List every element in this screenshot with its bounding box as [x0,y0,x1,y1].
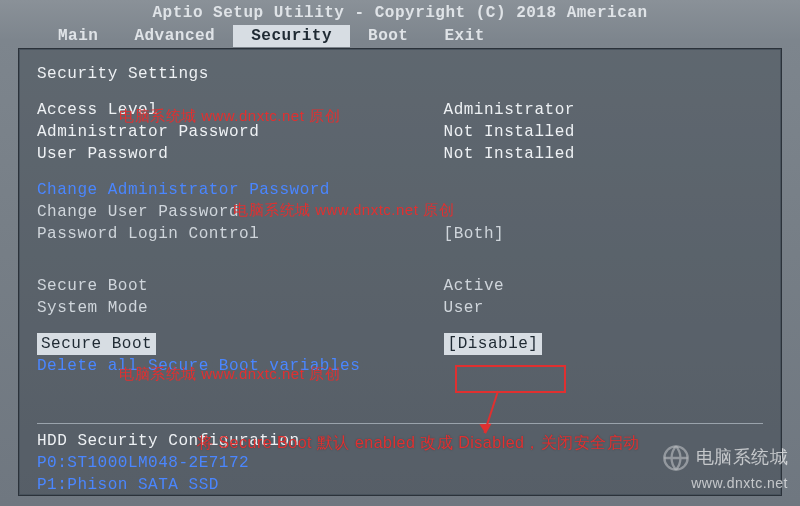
security-panel: Security Settings Access Level Administr… [18,48,782,496]
divider [37,423,763,424]
secure-boot-setting-label[interactable]: Secure Boot [37,333,444,355]
change-admin-password[interactable]: Change Administrator Password [37,179,444,201]
system-mode-label: System Mode [37,297,444,319]
tab-boot[interactable]: Boot [350,25,426,47]
tab-advanced[interactable]: Advanced [116,25,233,47]
secure-boot-status-value: Active [444,275,763,297]
hdd-item-0[interactable]: P0:ST1000LM048-2E7172 [37,452,763,474]
admin-password-label: Administrator Password [37,121,444,143]
secure-boot-status-label: Secure Boot [37,275,444,297]
access-level-label: Access Level [37,99,444,121]
annotation-text: 将 Secure Boot 默认 enabled 改成 Disabled，关闭安… [197,433,640,454]
password-login-control-value[interactable]: [Both] [444,223,763,245]
menubar: Main Advanced Security Boot Exit [0,24,800,48]
access-level-value: Administrator [444,99,763,121]
tab-main[interactable]: Main [40,25,116,47]
change-user-password[interactable]: Change User Password [37,201,444,223]
annotation-box [455,365,566,393]
hdd-item-1[interactable]: P1:Phison SATA SSD [37,474,763,496]
bios-titlebar: Aptio Setup Utility - Copyright (C) 2018… [0,0,800,24]
tab-exit[interactable]: Exit [426,25,502,47]
admin-password-value: Not Installed [444,121,763,143]
user-password-label: User Password [37,143,444,165]
password-login-control-label[interactable]: Password Login Control [37,223,444,245]
section-heading: Security Settings [37,63,763,85]
delete-secure-boot-variables[interactable]: Delete all Secure Boot variables [37,355,444,377]
user-password-value: Not Installed [444,143,763,165]
system-mode-value: User [444,297,763,319]
tab-security[interactable]: Security [233,25,350,47]
secure-boot-setting-value[interactable]: [Disable] [444,333,763,355]
